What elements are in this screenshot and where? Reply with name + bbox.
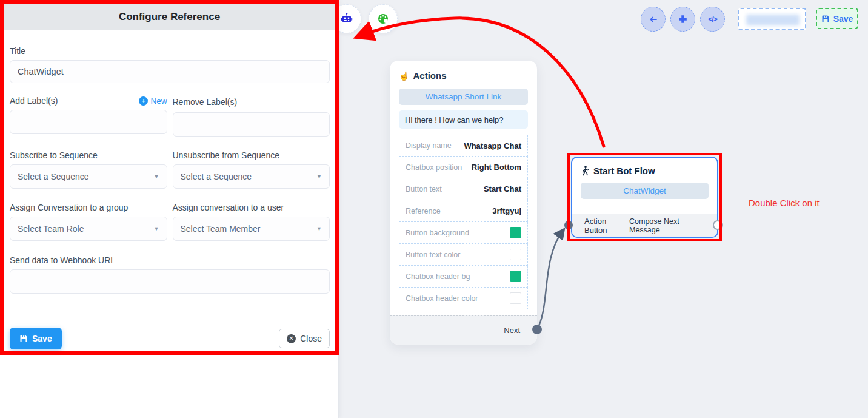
row-label: Button text <box>406 185 442 194</box>
annotation-text: Double Click on it <box>749 198 820 208</box>
actions-row[interactable]: Display nameWhatsapp Chat <box>399 135 528 157</box>
chatwidget-reference-label: ChatWidget <box>623 186 666 195</box>
arrow-left-icon <box>649 15 658 24</box>
new-label-link[interactable]: + New <box>139 96 167 106</box>
row-value: Start Chat <box>484 184 521 194</box>
actions-row[interactable]: Button text color <box>399 244 528 266</box>
remove-labels-label: Remove Label(s) <box>173 97 238 107</box>
actions-rows: Display nameWhatsapp ChatChatbox positio… <box>399 135 528 309</box>
color-swatch[interactable] <box>510 271 521 282</box>
actions-row[interactable]: Button background <box>399 222 528 244</box>
assign-group-value: Select Team Role <box>18 224 84 234</box>
new-link-text: New <box>150 96 167 106</box>
row-label: Button background <box>406 229 469 237</box>
walking-person-icon <box>581 166 590 176</box>
fit-view-button[interactable] <box>670 7 695 32</box>
subscribe-sequence-value: Select a Sequence <box>18 172 89 181</box>
assign-group-select[interactable]: Select Team Role ▼ <box>10 217 167 241</box>
footer-divider <box>6 317 333 317</box>
assign-user-select[interactable]: Select Team Member ▼ <box>173 217 330 241</box>
add-labels-label: Add Label(s) <box>10 96 58 106</box>
assign-group-label: Assign Conversation to a group <box>10 203 167 212</box>
whatsapp-short-link-label: Whatsapp Short Link <box>426 92 501 101</box>
add-labels-input[interactable] <box>10 110 167 134</box>
chevron-down-icon: ▼ <box>316 226 322 232</box>
actions-row[interactable]: Reference3rftgyuj <box>399 200 528 222</box>
actions-row[interactable]: Button textStart Chat <box>399 178 528 200</box>
chevron-down-icon: ▼ <box>154 226 159 232</box>
subscribe-sequence-label: Subscribe to Sequence <box>10 150 167 160</box>
floppy-disk-icon <box>821 15 830 23</box>
embed-code-button[interactable]: </> <box>700 7 725 32</box>
assign-user-value: Select Team Member <box>181 224 261 234</box>
theme-button[interactable] <box>369 4 398 33</box>
webhook-label: Send data to Webhook URL <box>10 255 330 265</box>
node-connector-edge <box>537 231 563 329</box>
assign-user-label: Assign conversation to a user <box>173 203 330 212</box>
hand-pointer-icon: ☝ <box>399 71 409 81</box>
flow-builder-canvas: Configure Reference Title Add Label(s) +… <box>0 0 868 418</box>
row-label: Chatbox header bg <box>406 272 470 281</box>
action-button-port-label: Action Button <box>584 217 629 235</box>
unsubscribe-sequence-label: Unsubscribe from Sequence <box>173 150 330 160</box>
title-input[interactable] <box>10 60 330 83</box>
color-swatch[interactable] <box>510 227 521 238</box>
plus-circle-icon: + <box>139 96 148 106</box>
actions-node-title: Actions <box>413 70 446 81</box>
remove-labels-input[interactable] <box>173 112 330 137</box>
panel-header: Configure Reference <box>4 4 335 30</box>
whatsapp-short-link-button[interactable]: Whatsapp Short Link <box>399 89 528 105</box>
start-bot-flow-node[interactable]: Start Bot Flow ChatWidget Action Button … <box>571 157 718 238</box>
save-button-label: Save <box>32 334 52 343</box>
close-button[interactable]: ✕ Close <box>279 329 330 348</box>
row-label: Reference <box>406 207 441 215</box>
close-icon: ✕ <box>287 334 296 343</box>
actions-row[interactable]: Chatbox header bg <box>399 266 528 288</box>
title-label: Title <box>10 46 330 56</box>
actions-node[interactable]: ☝ Actions Whatsapp Short Link Hi there !… <box>390 61 537 345</box>
configure-reference-panel: Configure Reference Title Add Label(s) +… <box>0 0 339 418</box>
actions-row[interactable]: Chatbox positionRight Bottom <box>399 157 528 178</box>
unsubscribe-sequence-value: Select a Sequence <box>181 172 252 181</box>
color-swatch[interactable] <box>510 292 521 304</box>
compose-next-message-port-label: Compose Next Message <box>629 217 709 234</box>
start-bot-flow-footer: Action Button Compose Next Message <box>572 214 717 237</box>
close-button-label: Close <box>300 334 322 343</box>
row-value: Whatsapp Chat <box>464 141 521 150</box>
chevron-down-icon: ▼ <box>316 174 322 180</box>
compress-icon <box>678 15 687 24</box>
flow-name-redacted-text <box>746 15 800 25</box>
actions-node-footer: Next <box>390 315 537 345</box>
row-label: Button text color <box>406 251 460 259</box>
flow-save-button[interactable]: Save <box>816 8 858 29</box>
save-button[interactable]: Save <box>10 328 62 349</box>
back-button[interactable] <box>641 7 666 32</box>
webhook-input[interactable] <box>10 269 330 294</box>
chatwidget-reference-button[interactable]: ChatWidget <box>581 183 709 199</box>
actions-row[interactable]: Chatbox header color <box>399 288 528 309</box>
row-value: Right Bottom <box>472 163 521 172</box>
code-icon: </> <box>708 15 716 24</box>
row-label: Chatbox position <box>406 163 462 172</box>
start-bot-flow-title: Start Bot Flow <box>593 166 655 176</box>
chevron-down-icon: ▼ <box>154 174 159 180</box>
row-label: Chatbox header color <box>406 294 478 303</box>
panel-title: Configure Reference <box>119 11 220 23</box>
subscribe-sequence-select[interactable]: Select a Sequence ▼ <box>10 164 167 189</box>
unsubscribe-sequence-select[interactable]: Select a Sequence ▼ <box>173 164 330 189</box>
row-value: 3rftgyuj <box>492 206 521 215</box>
flow-name-input[interactable] <box>738 8 806 30</box>
robot-icon <box>340 12 353 25</box>
floppy-disk-icon <box>19 334 28 343</box>
row-label: Display name <box>406 141 452 150</box>
next-label: Next <box>504 326 520 335</box>
greeting-message-text: Hi there ! How can we help? <box>405 115 504 124</box>
greeting-message-bubble: Hi there ! How can we help? <box>399 110 528 129</box>
flow-save-label: Save <box>833 14 853 24</box>
color-swatch[interactable] <box>510 249 521 260</box>
palette-icon <box>376 12 390 25</box>
